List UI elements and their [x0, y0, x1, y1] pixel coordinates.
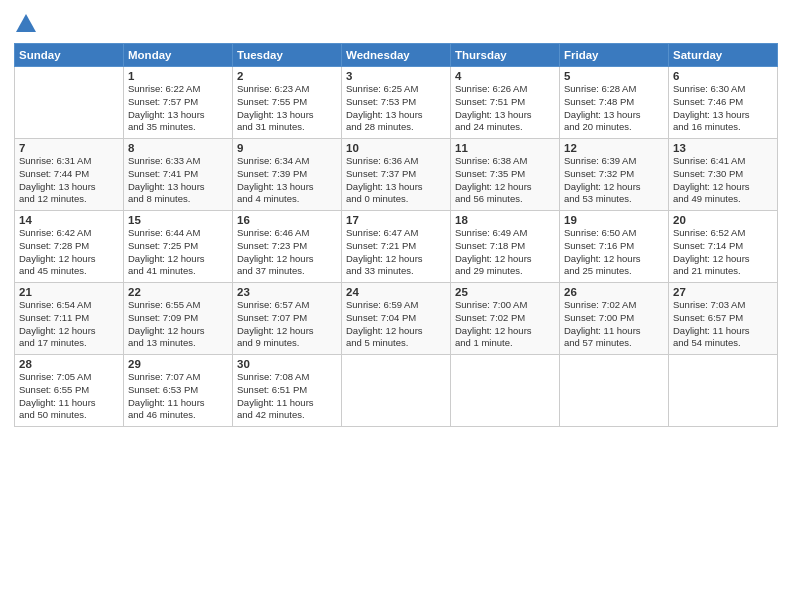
- col-thursday: Thursday: [451, 44, 560, 67]
- cell-1-6: 13Sunrise: 6:41 AMSunset: 7:30 PMDayligh…: [669, 139, 778, 211]
- day-number: 26: [564, 286, 664, 298]
- day-number: 22: [128, 286, 228, 298]
- day-info: Sunrise: 6:55 AMSunset: 7:09 PMDaylight:…: [128, 299, 228, 350]
- day-number: 14: [19, 214, 119, 226]
- cell-1-2: 9Sunrise: 6:34 AMSunset: 7:39 PMDaylight…: [233, 139, 342, 211]
- week-row-2: 7Sunrise: 6:31 AMSunset: 7:44 PMDaylight…: [15, 139, 778, 211]
- day-info: Sunrise: 6:34 AMSunset: 7:39 PMDaylight:…: [237, 155, 337, 206]
- cell-0-6: 6Sunrise: 6:30 AMSunset: 7:46 PMDaylight…: [669, 67, 778, 139]
- cell-4-1: 29Sunrise: 7:07 AMSunset: 6:53 PMDayligh…: [124, 355, 233, 427]
- day-info: Sunrise: 6:52 AMSunset: 7:14 PMDaylight:…: [673, 227, 773, 278]
- day-number: 27: [673, 286, 773, 298]
- cell-1-1: 8Sunrise: 6:33 AMSunset: 7:41 PMDaylight…: [124, 139, 233, 211]
- cell-2-2: 16Sunrise: 6:46 AMSunset: 7:23 PMDayligh…: [233, 211, 342, 283]
- col-tuesday: Tuesday: [233, 44, 342, 67]
- cell-0-1: 1Sunrise: 6:22 AMSunset: 7:57 PMDaylight…: [124, 67, 233, 139]
- day-number: 15: [128, 214, 228, 226]
- day-number: 7: [19, 142, 119, 154]
- day-info: Sunrise: 7:07 AMSunset: 6:53 PMDaylight:…: [128, 371, 228, 422]
- cell-3-3: 24Sunrise: 6:59 AMSunset: 7:04 PMDayligh…: [342, 283, 451, 355]
- cell-3-5: 26Sunrise: 7:02 AMSunset: 7:00 PMDayligh…: [560, 283, 669, 355]
- cell-0-3: 3Sunrise: 6:25 AMSunset: 7:53 PMDaylight…: [342, 67, 451, 139]
- day-number: 6: [673, 70, 773, 82]
- cell-2-1: 15Sunrise: 6:44 AMSunset: 7:25 PMDayligh…: [124, 211, 233, 283]
- day-info: Sunrise: 6:39 AMSunset: 7:32 PMDaylight:…: [564, 155, 664, 206]
- day-info: Sunrise: 7:00 AMSunset: 7:02 PMDaylight:…: [455, 299, 555, 350]
- logo-icon: [16, 14, 36, 32]
- day-info: Sunrise: 7:08 AMSunset: 6:51 PMDaylight:…: [237, 371, 337, 422]
- day-number: 12: [564, 142, 664, 154]
- day-number: 17: [346, 214, 446, 226]
- day-number: 19: [564, 214, 664, 226]
- col-monday: Monday: [124, 44, 233, 67]
- day-info: Sunrise: 7:03 AMSunset: 6:57 PMDaylight:…: [673, 299, 773, 350]
- cell-1-4: 11Sunrise: 6:38 AMSunset: 7:35 PMDayligh…: [451, 139, 560, 211]
- day-number: 30: [237, 358, 337, 370]
- week-row-5: 28Sunrise: 7:05 AMSunset: 6:55 PMDayligh…: [15, 355, 778, 427]
- day-number: 13: [673, 142, 773, 154]
- day-number: 16: [237, 214, 337, 226]
- day-number: 10: [346, 142, 446, 154]
- day-number: 9: [237, 142, 337, 154]
- cell-3-0: 21Sunrise: 6:54 AMSunset: 7:11 PMDayligh…: [15, 283, 124, 355]
- day-info: Sunrise: 7:05 AMSunset: 6:55 PMDaylight:…: [19, 371, 119, 422]
- week-row-4: 21Sunrise: 6:54 AMSunset: 7:11 PMDayligh…: [15, 283, 778, 355]
- day-info: Sunrise: 6:57 AMSunset: 7:07 PMDaylight:…: [237, 299, 337, 350]
- cell-2-6: 20Sunrise: 6:52 AMSunset: 7:14 PMDayligh…: [669, 211, 778, 283]
- col-friday: Friday: [560, 44, 669, 67]
- day-info: Sunrise: 6:23 AMSunset: 7:55 PMDaylight:…: [237, 83, 337, 134]
- day-number: 4: [455, 70, 555, 82]
- day-number: 2: [237, 70, 337, 82]
- day-info: Sunrise: 6:42 AMSunset: 7:28 PMDaylight:…: [19, 227, 119, 278]
- day-number: 1: [128, 70, 228, 82]
- day-number: 8: [128, 142, 228, 154]
- day-number: 3: [346, 70, 446, 82]
- day-info: Sunrise: 6:47 AMSunset: 7:21 PMDaylight:…: [346, 227, 446, 278]
- calendar-body: 1Sunrise: 6:22 AMSunset: 7:57 PMDaylight…: [15, 67, 778, 427]
- day-number: 25: [455, 286, 555, 298]
- cell-4-4: [451, 355, 560, 427]
- cell-0-2: 2Sunrise: 6:23 AMSunset: 7:55 PMDaylight…: [233, 67, 342, 139]
- day-info: Sunrise: 6:59 AMSunset: 7:04 PMDaylight:…: [346, 299, 446, 350]
- cell-1-0: 7Sunrise: 6:31 AMSunset: 7:44 PMDaylight…: [15, 139, 124, 211]
- cell-4-0: 28Sunrise: 7:05 AMSunset: 6:55 PMDayligh…: [15, 355, 124, 427]
- cell-3-2: 23Sunrise: 6:57 AMSunset: 7:07 PMDayligh…: [233, 283, 342, 355]
- header: [14, 10, 778, 35]
- cell-3-4: 25Sunrise: 7:00 AMSunset: 7:02 PMDayligh…: [451, 283, 560, 355]
- day-info: Sunrise: 6:28 AMSunset: 7:48 PMDaylight:…: [564, 83, 664, 134]
- day-number: 23: [237, 286, 337, 298]
- day-info: Sunrise: 6:30 AMSunset: 7:46 PMDaylight:…: [673, 83, 773, 134]
- col-sunday: Sunday: [15, 44, 124, 67]
- cell-2-5: 19Sunrise: 6:50 AMSunset: 7:16 PMDayligh…: [560, 211, 669, 283]
- calendar-page: Sunday Monday Tuesday Wednesday Thursday…: [0, 0, 792, 612]
- day-info: Sunrise: 6:38 AMSunset: 7:35 PMDaylight:…: [455, 155, 555, 206]
- day-info: Sunrise: 6:25 AMSunset: 7:53 PMDaylight:…: [346, 83, 446, 134]
- cell-2-0: 14Sunrise: 6:42 AMSunset: 7:28 PMDayligh…: [15, 211, 124, 283]
- col-wednesday: Wednesday: [342, 44, 451, 67]
- cell-2-3: 17Sunrise: 6:47 AMSunset: 7:21 PMDayligh…: [342, 211, 451, 283]
- header-row: Sunday Monday Tuesday Wednesday Thursday…: [15, 44, 778, 67]
- logo-text: [14, 14, 36, 35]
- day-number: 24: [346, 286, 446, 298]
- cell-1-5: 12Sunrise: 6:39 AMSunset: 7:32 PMDayligh…: [560, 139, 669, 211]
- day-info: Sunrise: 6:31 AMSunset: 7:44 PMDaylight:…: [19, 155, 119, 206]
- cell-4-3: [342, 355, 451, 427]
- day-info: Sunrise: 6:46 AMSunset: 7:23 PMDaylight:…: [237, 227, 337, 278]
- day-info: Sunrise: 6:44 AMSunset: 7:25 PMDaylight:…: [128, 227, 228, 278]
- day-number: 29: [128, 358, 228, 370]
- day-number: 5: [564, 70, 664, 82]
- cell-4-6: [669, 355, 778, 427]
- cell-2-4: 18Sunrise: 6:49 AMSunset: 7:18 PMDayligh…: [451, 211, 560, 283]
- cell-1-3: 10Sunrise: 6:36 AMSunset: 7:37 PMDayligh…: [342, 139, 451, 211]
- day-info: Sunrise: 6:33 AMSunset: 7:41 PMDaylight:…: [128, 155, 228, 206]
- day-number: 11: [455, 142, 555, 154]
- day-info: Sunrise: 6:26 AMSunset: 7:51 PMDaylight:…: [455, 83, 555, 134]
- day-info: Sunrise: 6:50 AMSunset: 7:16 PMDaylight:…: [564, 227, 664, 278]
- day-info: Sunrise: 6:22 AMSunset: 7:57 PMDaylight:…: [128, 83, 228, 134]
- day-info: Sunrise: 6:41 AMSunset: 7:30 PMDaylight:…: [673, 155, 773, 206]
- day-info: Sunrise: 6:54 AMSunset: 7:11 PMDaylight:…: [19, 299, 119, 350]
- day-info: Sunrise: 7:02 AMSunset: 7:00 PMDaylight:…: [564, 299, 664, 350]
- logo: [14, 14, 36, 35]
- cell-0-0: [15, 67, 124, 139]
- day-number: 21: [19, 286, 119, 298]
